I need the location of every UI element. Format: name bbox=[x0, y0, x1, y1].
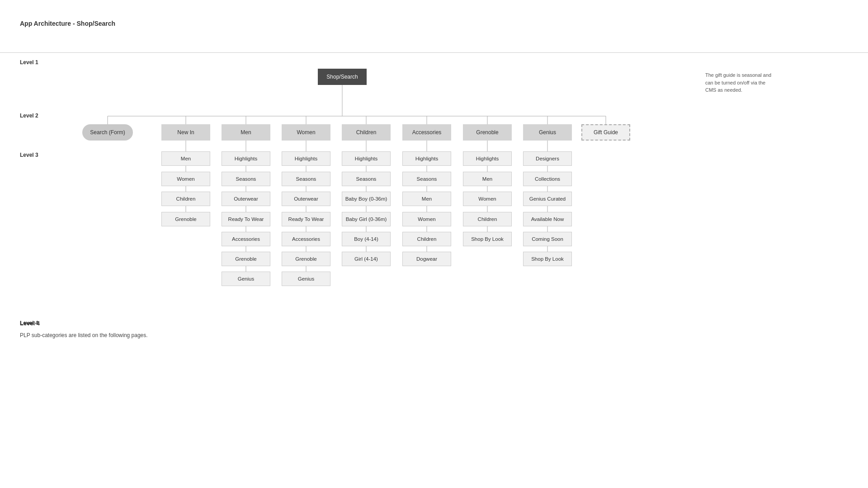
l3-acc-seasons: Seasons bbox=[402, 172, 451, 186]
l3-new-in-men: Men bbox=[161, 151, 210, 166]
l3-women-highlights: Highlights bbox=[282, 151, 330, 166]
l3-children-seasons: Seasons bbox=[342, 172, 391, 186]
node-accessories: Accessories bbox=[402, 124, 451, 141]
l3-acc-highlights: Highlights bbox=[402, 151, 451, 166]
l3-genius-designers: Designers bbox=[523, 151, 572, 166]
top-divider bbox=[0, 52, 868, 53]
level4-title: Level 4 bbox=[20, 320, 148, 327]
l3-gren-shopbylook: Shop By Look bbox=[463, 232, 512, 246]
l3-men-highlights: Highlights bbox=[222, 151, 270, 166]
l3-women-readytowear: Ready To Wear bbox=[282, 212, 330, 226]
l3-children-girl414: Girl (4-14) bbox=[342, 252, 391, 266]
l3-genius-shopbylook: Shop By Look bbox=[523, 252, 572, 266]
l3-genius-curated: Genius Curated bbox=[523, 192, 572, 206]
node-men: Men bbox=[222, 124, 270, 141]
l3-men-grenoble: Grenoble bbox=[222, 252, 270, 266]
l3-new-in-children: Children bbox=[161, 192, 210, 206]
l3-acc-children: Children bbox=[402, 232, 451, 246]
l3-gren-children: Children bbox=[463, 212, 512, 226]
level4-description: PLP sub-categories are listed on the fol… bbox=[20, 331, 148, 340]
l3-genius-collections: Collections bbox=[523, 172, 572, 186]
node-search: Search (Form) bbox=[82, 124, 133, 141]
l3-new-in-women: Women bbox=[161, 172, 210, 186]
l3-women-genius: Genius bbox=[282, 272, 330, 286]
l3-men-seasons: Seasons bbox=[222, 172, 270, 186]
page-title: App Architecture - Shop/Search bbox=[20, 20, 115, 27]
l3-children-babyboy: Baby Boy (0-36m) bbox=[342, 192, 391, 206]
l3-children-boy414: Boy (4-14) bbox=[342, 232, 391, 246]
l3-women-seasons: Seasons bbox=[282, 172, 330, 186]
l3-acc-dogwear: Dogwear bbox=[402, 252, 451, 266]
l3-children-babygirl: Baby Girl (0-36m) bbox=[342, 212, 391, 226]
note-text: The gift guide is seasonal and can be tu… bbox=[705, 71, 778, 94]
l3-children-highlights: Highlights bbox=[342, 151, 391, 166]
l3-men-readytowear: Ready To Wear bbox=[222, 212, 270, 226]
node-grenoble: Grenoble bbox=[463, 124, 512, 141]
level4-section: Level 4 PLP sub-categories are listed on… bbox=[20, 320, 148, 340]
level2-label: Level 2 bbox=[20, 113, 38, 119]
node-genius: Genius bbox=[523, 124, 572, 141]
l3-gren-women: Women bbox=[463, 192, 512, 206]
level1-label: Level 1 bbox=[20, 59, 38, 66]
l3-women-accessories: Accessories bbox=[282, 232, 330, 246]
node-gift-guide: Gift Guide bbox=[581, 124, 630, 141]
l3-acc-women: Women bbox=[402, 212, 451, 226]
l3-women-grenoble: Grenoble bbox=[282, 252, 330, 266]
node-children: Children bbox=[342, 124, 391, 141]
node-women: Women bbox=[282, 124, 330, 141]
l3-gren-men: Men bbox=[463, 172, 512, 186]
root-node: Shop/Search bbox=[318, 69, 367, 85]
l3-genius-availablenow: Available Now bbox=[523, 212, 572, 226]
l3-women-outerwear: Outerwear bbox=[282, 192, 330, 206]
l3-men-genius: Genius bbox=[222, 272, 270, 286]
l3-gren-highlights: Highlights bbox=[463, 151, 512, 166]
l3-men-accessories: Accessories bbox=[222, 232, 270, 246]
l3-men-outerwear: Outerwear bbox=[222, 192, 270, 206]
level3-label: Level 3 bbox=[20, 152, 38, 158]
l3-acc-men: Men bbox=[402, 192, 451, 206]
node-new-in: New In bbox=[161, 124, 210, 141]
l3-new-in-grenoble: Grenoble bbox=[161, 212, 210, 226]
l3-genius-comingsoon: Coming Soon bbox=[523, 232, 572, 246]
